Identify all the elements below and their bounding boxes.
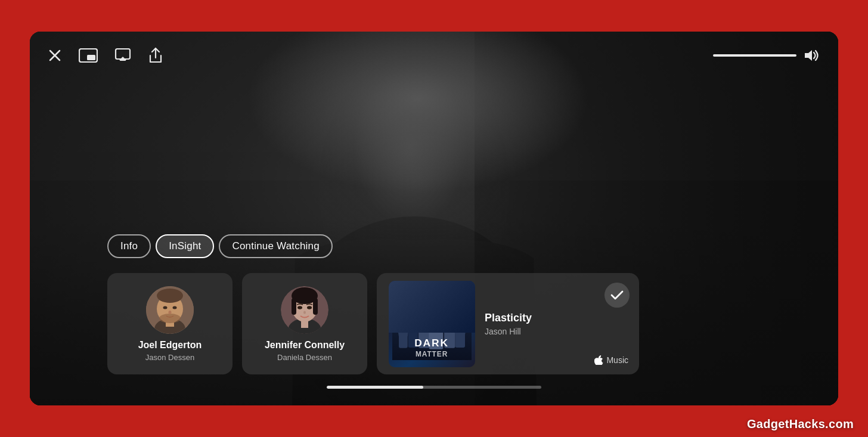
actor-card-joel[interactable]: Joel Edgerton Jason Dessen <box>107 273 232 374</box>
airplay-icon <box>114 47 131 64</box>
tabs-area: Info InSight Continue Watching <box>107 234 333 258</box>
svg-point-30 <box>297 306 302 309</box>
apple-music-text: Music <box>606 355 628 365</box>
actor-card-jennifer[interactable]: Jennifer Connelly Daniela Dessen <box>242 273 367 374</box>
apple-music-logo: Music <box>594 355 628 365</box>
music-card[interactable]: DARK MATTER Plasticity Jason Hill <box>377 273 639 374</box>
volume-bar <box>713 54 796 57</box>
svg-point-21 <box>169 311 172 314</box>
jennifer-avatar <box>281 286 328 334</box>
volume-control[interactable] <box>713 48 820 63</box>
video-player: Info InSight Continue Watching <box>30 32 838 405</box>
joel-avatar-svg <box>146 286 194 334</box>
progress-bar[interactable] <box>327 386 541 389</box>
joel-avatar <box>146 286 194 334</box>
joel-role: Jason Dessen <box>145 353 194 362</box>
checkmark-button[interactable] <box>604 283 630 308</box>
svg-point-20 <box>173 306 177 309</box>
close-button[interactable] <box>48 48 62 63</box>
svg-rect-46 <box>455 331 465 348</box>
svg-rect-36 <box>399 333 408 348</box>
tab-continue-watching[interactable]: Continue Watching <box>219 234 332 258</box>
insight-cards: Joel Edgerton Jason Dessen <box>107 273 639 374</box>
svg-marker-10 <box>805 50 812 61</box>
pip-icon <box>79 48 98 63</box>
top-controls <box>30 32 838 79</box>
svg-text:MATTER: MATTER <box>416 349 448 358</box>
music-artist: Jason Hill <box>485 327 627 336</box>
svg-text:DARK: DARK <box>414 337 449 349</box>
joel-name: Joel Edgerton <box>138 340 202 351</box>
svg-rect-7 <box>87 55 95 60</box>
tab-info[interactable]: Info <box>107 234 151 258</box>
progress-fill <box>327 386 423 389</box>
music-title: Plasticity <box>485 312 627 324</box>
album-cover: DARK MATTER <box>389 281 475 367</box>
top-left-controls <box>48 47 163 64</box>
svg-point-19 <box>163 306 168 309</box>
top-right-controls <box>713 48 820 63</box>
music-info: Plasticity Jason Hill <box>485 312 627 336</box>
svg-rect-28 <box>292 298 296 315</box>
speaker-icon <box>802 48 820 63</box>
share-button[interactable] <box>148 47 163 64</box>
apple-logo-icon <box>594 355 604 365</box>
airplay-button[interactable] <box>114 47 131 64</box>
jennifer-name: Jennifer Connelly <box>265 340 345 351</box>
jennifer-avatar-svg <box>281 286 328 334</box>
close-icon <box>48 48 62 63</box>
svg-point-17 <box>157 289 183 303</box>
svg-rect-29 <box>313 298 318 315</box>
jennifer-role: Daniela Dessen <box>277 353 332 362</box>
album-cover-svg: DARK MATTER <box>389 281 475 360</box>
svg-point-31 <box>307 306 312 309</box>
svg-point-32 <box>303 311 306 314</box>
share-icon <box>148 47 163 64</box>
svg-point-18 <box>159 314 181 323</box>
checkmark-icon <box>610 290 624 300</box>
watermark: GadgetHacks.com <box>747 417 854 431</box>
tab-insight[interactable]: InSight <box>156 234 214 258</box>
volume-icon <box>802 48 820 63</box>
pip-button[interactable] <box>79 48 98 63</box>
